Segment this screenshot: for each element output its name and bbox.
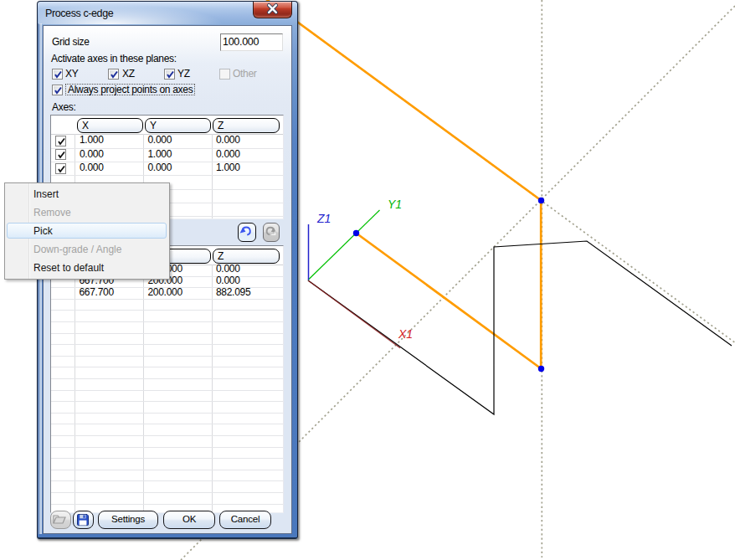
svg-text:X1: X1	[398, 327, 413, 341]
svg-text:Y1: Y1	[388, 198, 402, 211]
svg-text:Z1: Z1	[316, 212, 331, 225]
